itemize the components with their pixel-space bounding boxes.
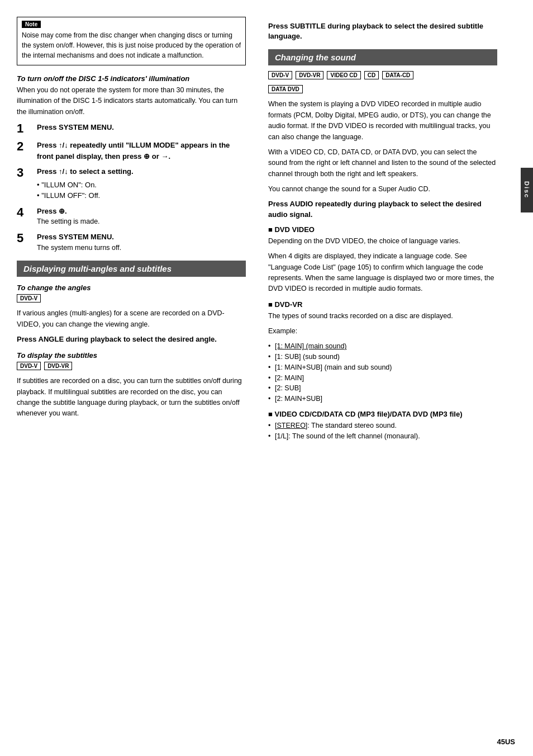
- dvd-vr-item-0: [1: MAIN] (main sound): [268, 341, 497, 352]
- sound-body3: You cannot change the sound for a Super …: [268, 184, 497, 195]
- videocd-title: ■ VIDEO CD/CD/DATA CD (MP3 file)/DATA DV…: [268, 410, 497, 418]
- dvd-video-title: ■ DVD VIDEO: [268, 225, 497, 234]
- step-4: 4 Press ⊕. The setting is made.: [17, 206, 246, 227]
- right-column: Press SUBTITLE during playback to select…: [257, 11, 514, 745]
- step-2: 2 Press ↑/↓ repeatedly until "ILLUM MODE…: [17, 140, 246, 162]
- step-1-text: Press SYSTEM MENU.: [37, 123, 114, 131]
- badge-dvdv-sub: DVD-V: [17, 362, 41, 370]
- change-angles-title: To change the angles: [17, 284, 246, 292]
- change-angles-body: If various angles (multi-angles) for a s…: [17, 308, 246, 330]
- step-4-note: The setting is made.: [37, 216, 246, 227]
- dvd-vr-example: Example:: [268, 326, 497, 337]
- section2-title: Displaying multi-angles and subtitles: [17, 261, 246, 277]
- step-3-sub-1: "ILLUM ON": On.: [37, 179, 246, 191]
- step-4-text: Press ⊕.: [37, 207, 67, 215]
- sound-body1: When the system is playing a DVD VIDEO r…: [268, 99, 497, 143]
- step-1-num: 1: [17, 122, 34, 135]
- sound-badges: DVD-V DVD-VR VIDEO CD CD DATA-CD: [268, 71, 497, 82]
- page-number: 45US: [497, 738, 515, 746]
- step-3-sub: "ILLUM ON": On. "ILLUM OFF": Off.: [37, 179, 246, 201]
- dvd-vr-item-2: [1: MAIN+SUB] (main and sub sound): [268, 362, 497, 373]
- sound-body2: With a VIDEO CD, CD, DATA CD, or DATA DV…: [268, 147, 497, 179]
- dvd-vr-item-3: [2: MAIN]: [268, 373, 497, 384]
- subtitle-instruction: Press SUBTITLE during playback to select…: [268, 21, 497, 41]
- dvd-vr-item-1: [1: SUB] (sub sound): [268, 352, 497, 362]
- videocd-list: [STEREO]: The standard stereo sound. [1/…: [268, 420, 497, 442]
- changing-sound-title: Changing the sound: [268, 49, 497, 65]
- dvd-vr-list: [1: MAIN] (main sound) [1: SUB] (sub sou…: [268, 341, 497, 404]
- step-3: 3 Press ↑/↓ to select a setting. "ILLUM …: [17, 166, 246, 201]
- badge-cd: CD: [364, 71, 379, 79]
- badge-dvdv-angles: DVD-V: [17, 294, 41, 303]
- step-5-note: The system menu turns off.: [37, 243, 246, 253]
- videocd-item-1: [1/L]: The sound of the left channel (mo…: [268, 431, 497, 442]
- badge-dvdv: DVD-V: [268, 71, 292, 79]
- step-2-num: 2: [17, 140, 34, 153]
- page: Note Noise may come from the disc change…: [0, 0, 533, 756]
- step-2-text: Press ↑/↓ repeatedly until "ILLUM MODE" …: [37, 141, 230, 160]
- subtitles-body: If subtitles are recorded on a disc, you…: [17, 376, 246, 419]
- dvd-video-para1: Depending on the DVD VIDEO, the choice o…: [268, 236, 497, 247]
- subtitles-badges: DVD-V DVD-VR: [17, 362, 246, 372]
- step-3-num: 3: [17, 166, 34, 179]
- dvd-vr-item-5: [2: MAIN+SUB]: [268, 394, 497, 404]
- badge-datacd: DATA-CD: [382, 71, 413, 79]
- step-5: 5 Press SYSTEM MENU. The system menu tur…: [17, 231, 246, 253]
- sound-badges-2: DATA DVD: [268, 85, 497, 96]
- dvd-vr-title: ■ DVD-VR: [268, 300, 497, 309]
- step-3-text: Press ↑/↓ to select a setting.: [37, 167, 134, 176]
- dvd-vr-item-4: [2: SUB]: [268, 383, 497, 394]
- dvd-video-para2: When 4 digits are displayed, they indica…: [268, 251, 497, 295]
- display-subtitles-title: To display the subtitles: [17, 351, 246, 360]
- step-list: 1 Press SYSTEM MENU. 2 Press ↑/↓ repeate…: [17, 122, 246, 253]
- step-3-sub-2: "ILLUM OFF": Off.: [37, 190, 246, 201]
- note-text: Noise may come from the disc changer whe…: [22, 30, 241, 60]
- side-tab: Disc: [521, 168, 533, 212]
- dvd-vr-para1: The types of sound tracks recorded on a …: [268, 311, 497, 322]
- step-1: 1 Press SYSTEM MENU.: [17, 122, 246, 135]
- section1-title: To turn on/off the DISC 1-5 indicators' …: [17, 74, 246, 83]
- change-angles-badges: DVD-V: [17, 294, 246, 305]
- left-column: Note Noise may come from the disc change…: [0, 11, 257, 745]
- note-label: Note: [22, 21, 41, 28]
- badge-videocd: VIDEO CD: [327, 71, 360, 79]
- badge-dvdvr-sub: DVD-VR: [44, 362, 72, 370]
- badge-dvdvr: DVD-VR: [296, 71, 323, 79]
- badge-datadvd: DATA DVD: [268, 85, 303, 93]
- section1-body: When you do not operate the system for m…: [17, 85, 246, 117]
- angle-instruction: Press ANGLE during playback to select th…: [17, 334, 246, 344]
- step-5-num: 5: [17, 231, 34, 245]
- note-box: Note Noise may come from the disc change…: [17, 17, 246, 65]
- step-4-num: 4: [17, 206, 34, 219]
- videocd-item-0: [STEREO]: The standard stereo sound.: [268, 420, 497, 431]
- audio-instruction: Press AUDIO repeatedly during playback t…: [268, 199, 497, 219]
- step-5-text: Press SYSTEM MENU.: [37, 233, 114, 241]
